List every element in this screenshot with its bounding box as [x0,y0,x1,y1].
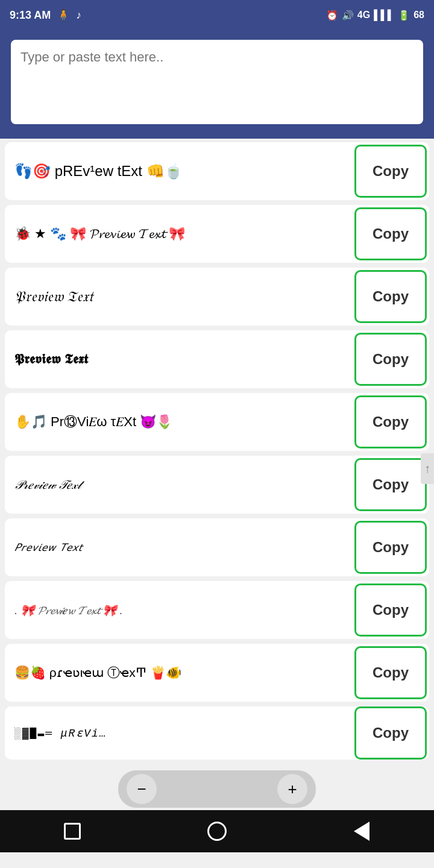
battery-level: 68 [414,10,424,20]
nav-bar [0,810,434,852]
zoom-in-button[interactable]: + [277,774,307,804]
app-header [0,30,434,139]
signal-icon: ♪ [76,9,81,22]
zoom-container: − + [118,770,316,808]
font-preview-5: ✋🎵 Pr⑬Vi𝐸ω τ𝐸Xt 😈🌷 [5,406,352,438]
time-display: 9:13 AM [10,9,51,22]
nav-back-button[interactable] [347,816,377,846]
status-right: ⏰ 🔊 4G ▌▌▌ 🔋 68 [326,10,424,21]
font-preview-6: 𝒫𝓇𝑒𝓋𝒾𝑒𝓌 𝒯𝑒𝓍𝓉 [5,471,352,499]
home-icon [207,822,227,841]
font-preview-9: 🍔🍓 ρɾҽʋιҽɯ ⓉҽxͲ 🍟🐠 [5,657,352,688]
font-preview-4: 𝕻𝖗𝖊𝖛𝖎𝖊𝖜 𝕿𝖊𝖝𝖙 [5,344,352,374]
font-row-3: 𝔓𝔯𝔢𝔳𝔦𝔢𝔴 𝔗𝔢𝔵𝔱 Copy [5,268,429,326]
copy-button-8[interactable]: Copy [354,583,427,637]
scroll-indicator[interactable]: ↑ [421,453,434,484]
font-row-4: 𝕻𝖗𝖊𝖛𝖎𝖊𝖜 𝕿𝖊𝖝𝖙 Copy [5,330,429,388]
text-input[interactable] [11,40,423,124]
alarm-icon: ⏰ [326,10,338,21]
back-icon [354,822,370,841]
copy-button-5[interactable]: Copy [354,395,427,448]
network-icon: 4G [357,10,370,20]
battery-icon: 🔋 [398,10,410,21]
copy-button-3[interactable]: Copy [354,270,427,323]
font-row-1: 👣🎯 pREv¹ew tExt 👊🍵 Copy [5,142,429,200]
input-container [7,36,427,130]
person-icon: 🧍 [57,8,70,22]
font-row-2: 🐞 ★ 🐾 🎀 𝓟𝓻𝓮𝓿𝓲𝓮𝔀 𝓣𝓮𝔁𝓽 🎀 Copy [5,205,429,263]
zoom-bar: − + [0,768,434,810]
recent-icon [64,823,81,840]
font-row-10: ░▓█▬═ μRɛVi… Copy [5,706,429,760]
font-row-7: 𝘗𝘳𝘦𝘷𝘪𝘦𝘸 𝘛𝘦𝘹𝘵 Copy [5,518,429,576]
copy-button-6[interactable]: Copy [354,458,427,511]
font-preview-3: 𝔓𝔯𝔢𝔳𝔦𝔢𝔴 𝔗𝔢𝔵𝔱 [5,281,352,312]
copy-button-10[interactable]: Copy [354,706,427,760]
copy-button-7[interactable]: Copy [354,521,427,574]
status-bar: 9:13 AM 🧍 ♪ ⏰ 🔊 4G ▌▌▌ 🔋 68 [0,0,434,30]
font-row-8: . 🎀 𝓟𝓻𝓮𝓿𝒾𝒆𝔀 𝓣𝓮𝔁𝓽 🎀 . Copy [5,581,429,639]
copy-button-4[interactable]: Copy [354,333,427,386]
font-preview-10: ░▓█▬═ μRɛVi… [5,719,352,747]
nav-home-button[interactable] [202,816,232,846]
copy-button-2[interactable]: Copy [354,207,427,260]
font-row-9: 🍔🍓 ρɾҽʋιҽɯ ⓉҽxͲ 🍟🐠 Copy [5,644,429,702]
vol-icon: 🔊 [342,10,354,21]
font-row-6: 𝒫𝓇𝑒𝓋𝒾𝑒𝓌 𝒯𝑒𝓍𝓉 Copy [5,456,429,514]
copy-button-1[interactable]: Copy [354,145,427,198]
nav-recent-button[interactable] [57,816,87,846]
font-preview-1: 👣🎯 pREv¹ew tExt 👊🍵 [5,156,352,187]
font-preview-8: . 🎀 𝓟𝓻𝓮𝓿𝒾𝒆𝔀 𝓣𝓮𝔁𝓽 🎀 . [5,596,352,624]
font-row-5: ✋🎵 Pr⑬Vi𝐸ω τ𝐸Xt 😈🌷 Copy [5,393,429,451]
zoom-out-button[interactable]: − [127,774,157,804]
font-list: 👣🎯 pREv¹ew tExt 👊🍵 Copy 🐞 ★ 🐾 🎀 𝓟𝓻𝓮𝓿𝓲𝓮𝔀 … [0,139,434,768]
signal-bars-icon: ▌▌▌ [374,10,394,20]
font-preview-2: 🐞 ★ 🐾 🎀 𝓟𝓻𝓮𝓿𝓲𝓮𝔀 𝓣𝓮𝔁𝓽 🎀 [5,219,352,249]
status-left: 9:13 AM 🧍 ♪ [10,8,81,22]
font-preview-7: 𝘗𝘳𝘦𝘷𝘪𝘦𝘸 𝘛𝘦𝘹𝘵 [5,533,352,561]
copy-button-9[interactable]: Copy [354,646,427,699]
